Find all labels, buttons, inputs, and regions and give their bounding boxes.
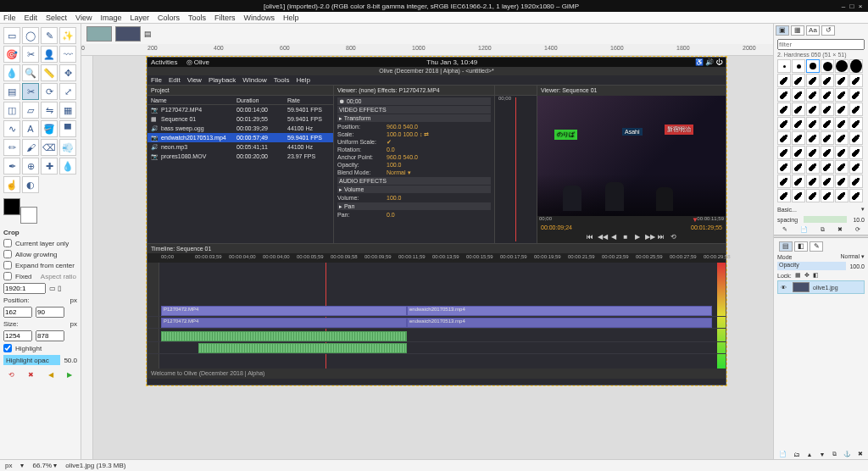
clip-v2a[interactable]: P1270472.MP4 bbox=[161, 318, 407, 328]
menu-layer[interactable]: Layer bbox=[130, 14, 149, 22]
brush-cell-7-4[interactable] bbox=[835, 160, 849, 174]
preset-menu-icon[interactable]: ▾ bbox=[861, 206, 865, 213]
brush-cell-0-1[interactable] bbox=[792, 59, 805, 73]
tool-ellipse-select[interactable]: ◯ bbox=[22, 27, 39, 44]
dock-tab-channels[interactable]: ◧ bbox=[794, 241, 808, 252]
opt-current-layer-only[interactable] bbox=[3, 239, 12, 247]
tool-ink[interactable]: ✒ bbox=[3, 158, 20, 175]
toolopt-prev-icon[interactable]: ◀ bbox=[48, 371, 53, 379]
tool-foreground-select[interactable]: 👤 bbox=[41, 46, 58, 63]
clip-a2[interactable] bbox=[198, 343, 407, 353]
brush-cell-2-2[interactable] bbox=[806, 88, 820, 102]
keyframe-playhead[interactable] bbox=[515, 97, 516, 241]
viewer-btn-0[interactable]: ⏮ bbox=[586, 233, 594, 241]
tool-align[interactable]: ▤ bbox=[3, 83, 20, 100]
brush-preset[interactable]: Basic... bbox=[777, 207, 797, 213]
status-zoom[interactable]: 66.7% ▾ bbox=[32, 462, 57, 469]
olive-viewer-scrub[interactable]: 00;00 00:00:11;59 ▼ bbox=[537, 216, 726, 224]
layer-new-icon[interactable]: 📄 bbox=[779, 451, 787, 457]
brush-cell-3-0[interactable] bbox=[777, 103, 791, 116]
brush-cell-4-4[interactable] bbox=[835, 117, 849, 130]
brush-cell-8-3[interactable] bbox=[821, 175, 834, 188]
effect-row-1[interactable]: Scale:100.0 100.0 ↕ ⇄ bbox=[337, 130, 491, 138]
layer-down-icon[interactable]: ▼ bbox=[819, 452, 825, 457]
brush-cell-0-4[interactable] bbox=[835, 59, 849, 73]
menu-edit[interactable]: Edit bbox=[25, 14, 38, 22]
brush-cell-3-4[interactable] bbox=[835, 103, 849, 116]
olive-viewer-scrub-handle[interactable]: ▼ bbox=[692, 216, 697, 224]
olive-timeline-ruler[interactable]: 00;0000:00:03;5900:00:04;0000:00:04;0000… bbox=[147, 253, 726, 263]
lock-alpha-icon[interactable]: ◧ bbox=[813, 272, 819, 279]
brush-cell-6-0[interactable] bbox=[777, 146, 791, 159]
tool-warp[interactable]: ∿ bbox=[3, 120, 20, 137]
status-unit[interactable]: px bbox=[5, 462, 12, 469]
dock-tab-brushes[interactable]: ▣ bbox=[776, 25, 789, 36]
viewer-btn-5[interactable]: ▶▶ bbox=[645, 233, 654, 241]
opt-aspect-value[interactable] bbox=[3, 283, 46, 294]
opt-pos-x[interactable] bbox=[3, 307, 32, 318]
toolopt-delete-icon[interactable]: ✖ bbox=[28, 371, 34, 379]
tool-crop[interactable]: ✂ bbox=[22, 83, 39, 100]
brush-cell-4-5[interactable] bbox=[849, 117, 863, 130]
brush-cell-3-5[interactable] bbox=[849, 103, 863, 116]
layer-row[interactable]: 👁 olive1.jpg bbox=[777, 280, 865, 294]
layer-mode-select[interactable]: Normal ▾ bbox=[840, 253, 865, 260]
viewer-btn-1[interactable]: ◀◀ bbox=[598, 233, 606, 241]
brush-cell-0-3[interactable] bbox=[821, 59, 834, 73]
clip-v1a[interactable]: P1270472.MP4 bbox=[161, 306, 407, 316]
canvas[interactable]: Activities ◎ Olive Thu Jan 3, 10:49 ♿ 🔊 … bbox=[93, 56, 773, 459]
effect-row-4[interactable]: Anchor Point:960.0 540.0 bbox=[337, 153, 491, 161]
brush-cell-8-5[interactable] bbox=[849, 175, 863, 188]
lock-pos-icon[interactable]: ✥ bbox=[804, 272, 810, 279]
effect-row-5[interactable]: Opacity:100.0 bbox=[337, 161, 491, 169]
viewer-btn-2[interactable]: ◀ bbox=[609, 233, 618, 241]
olive-menu-edit[interactable]: Edit bbox=[169, 76, 181, 84]
menu-select[interactable]: Select bbox=[46, 14, 67, 22]
olive-tray-icons[interactable]: ♿ 🔊 ⏻ bbox=[695, 58, 722, 66]
brush-dup-icon[interactable]: ⧉ bbox=[821, 226, 825, 233]
clip-v1b[interactable]: endwatch20170513.mp4 bbox=[407, 306, 712, 316]
tool-flip[interactable]: ⇋ bbox=[41, 102, 58, 119]
opt-expand-center[interactable] bbox=[3, 261, 12, 269]
olive-menu-tools[interactable]: Tools bbox=[274, 76, 290, 84]
fg-bg-swatch[interactable] bbox=[3, 198, 37, 224]
tool-color-select[interactable]: 🎯 bbox=[3, 46, 20, 63]
brush-cell-5-2[interactable] bbox=[806, 131, 820, 145]
orient-icons[interactable]: ▭ ▯ bbox=[49, 285, 61, 292]
tool-rotate[interactable]: ⟳ bbox=[41, 83, 58, 100]
brush-cell-0-5[interactable] bbox=[849, 59, 863, 73]
layer-group-icon[interactable]: 🗂 bbox=[793, 452, 799, 457]
olive-tracks[interactable]: P1270472.MP4 endwatch20170513.mp4 P12704… bbox=[147, 263, 726, 368]
olive-volume-hdr[interactable]: ▸ Volume bbox=[337, 186, 491, 193]
tool-dodge[interactable]: ◐ bbox=[22, 176, 39, 193]
layer-thumbnail[interactable] bbox=[793, 282, 810, 292]
viewer-btn-6[interactable]: ⏭ bbox=[657, 233, 665, 241]
brush-cell-7-0[interactable] bbox=[777, 160, 791, 174]
brush-cell-1-1[interactable] bbox=[792, 74, 805, 87]
dock-tab-layers[interactable]: ▤ bbox=[779, 241, 793, 252]
brush-cell-2-0[interactable] bbox=[777, 88, 791, 102]
tool-free-select[interactable]: ✎ bbox=[41, 27, 58, 44]
brush-cell-6-5[interactable] bbox=[849, 146, 863, 159]
tool-shear[interactable]: ◫ bbox=[3, 102, 20, 119]
project-row-5[interactable]: 📷prores1080.MOV00:00:20;0023.97 FPS bbox=[147, 152, 333, 161]
brush-cell-5-5[interactable] bbox=[849, 131, 863, 145]
brush-cell-1-3[interactable] bbox=[821, 74, 834, 87]
project-row-4[interactable]: 🔊neon.mp300:05:41;1144100 Hz bbox=[147, 142, 333, 152]
tool-scissors[interactable]: ✂ bbox=[22, 46, 39, 63]
brush-edit-icon[interactable]: ✎ bbox=[782, 226, 787, 233]
tool-pencil[interactable]: ✏ bbox=[3, 139, 20, 156]
opt-pos-y[interactable] bbox=[36, 307, 64, 318]
brush-cell-7-2[interactable] bbox=[806, 160, 820, 174]
brush-cell-2-4[interactable] bbox=[835, 88, 849, 102]
effect-row-2[interactable]: Uniform Scale:✔ bbox=[337, 138, 491, 146]
fg-color-swatch[interactable] bbox=[3, 198, 20, 215]
dock-tab-paths[interactable]: ✎ bbox=[810, 241, 823, 252]
opt-size-h[interactable] bbox=[36, 330, 64, 341]
brush-cell-9-0[interactable] bbox=[777, 189, 791, 202]
opt-fixed[interactable] bbox=[3, 272, 12, 280]
brush-cell-9-2[interactable] bbox=[806, 189, 820, 202]
brush-cell-8-4[interactable] bbox=[835, 175, 849, 188]
brush-spacing-slider[interactable] bbox=[804, 216, 847, 223]
brush-cell-8-0[interactable] bbox=[777, 175, 791, 188]
